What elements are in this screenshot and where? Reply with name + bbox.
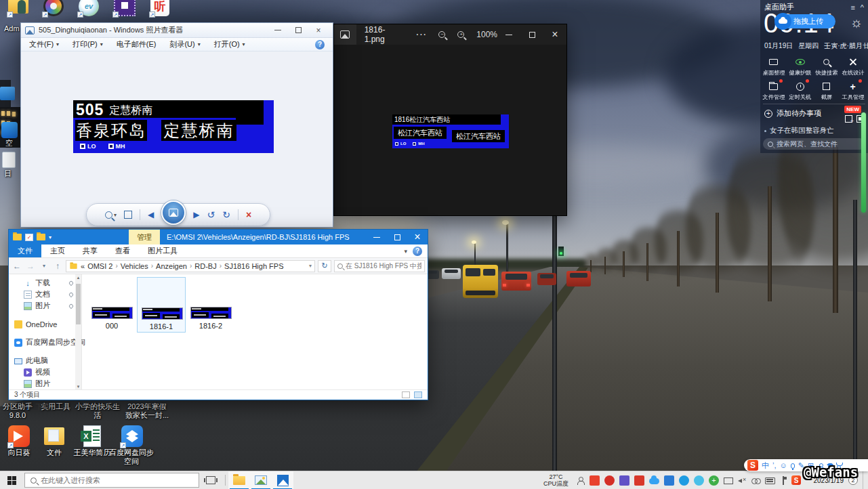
add-todo-button[interactable]: + 添加待办事项 (764, 108, 821, 119)
minimize-button[interactable] (367, 230, 387, 244)
scroll-up-icon[interactable]: ▴ (75, 274, 81, 280)
scrollbar-thumb[interactable] (76, 284, 81, 324)
menu-email[interactable]: 电子邮件(E) (117, 39, 157, 49)
explorer-search-input[interactable] (346, 262, 421, 270)
tab-file[interactable]: 文件 (9, 244, 41, 257)
tray-baidu-cloud-icon[interactable] (649, 478, 659, 484)
tray-volume-muted-icon[interactable] (738, 476, 747, 485)
tray-toutiao-icon[interactable] (590, 475, 600, 486)
photos-app-button[interactable] (334, 24, 356, 45)
desktop-icon-sliver-document[interactable] (2, 152, 16, 168)
fit-to-window-icon[interactable] (124, 211, 132, 219)
zoom-out-icon[interactable]: − (438, 31, 445, 38)
tray-accelerator-icon[interactable]: + (709, 475, 719, 486)
breadcrumb-item[interactable]: SJ1816 High FPS (224, 262, 283, 270)
minimize-button[interactable] (268, 24, 288, 37)
zoom-in-icon[interactable]: + (457, 31, 464, 38)
tray-touch-keyboard-icon[interactable] (765, 477, 775, 484)
zoom-icon[interactable] (105, 211, 112, 219)
breadcrumb-item[interactable]: RD-BJ (194, 262, 216, 270)
zoom-caret-icon[interactable]: ▾ (114, 212, 117, 218)
assistant-tool-file-manager[interactable]: 文件管理 (760, 79, 787, 103)
tray-red-app-icon[interactable] (634, 475, 644, 486)
close-button[interactable]: × (407, 230, 428, 244)
sidebar-item-videos[interactable]: 视频 (9, 366, 81, 378)
breadcrumb-collapsed-icon[interactable]: « (81, 262, 85, 270)
voice-input-icon[interactable] (791, 463, 795, 469)
side-boost-bar[interactable] (861, 112, 866, 213)
tray-teal-app-icon[interactable] (694, 475, 704, 486)
menu-burn[interactable]: 刻录(U)▾ (169, 39, 200, 49)
explorer-search-box[interactable] (334, 260, 425, 272)
sidebar-item-downloads[interactable]: ↓下载 (9, 277, 81, 289)
tray-remote-link-icon[interactable] (751, 476, 760, 485)
file-tile-1816-1-selected[interactable]: 1816-1 (137, 277, 186, 333)
desktop-icon-sunflower[interactable]: ↗ 向日葵 (5, 425, 33, 457)
maximize-button[interactable] (387, 230, 407, 244)
emoji-icon[interactable]: ☺ (780, 460, 787, 471)
taskbar-search-box[interactable] (24, 473, 199, 488)
sidebar-scrollbar[interactable]: ▴ ▾ (75, 274, 81, 389)
start-button[interactable] (0, 471, 23, 489)
tray-people-icon[interactable] (576, 476, 585, 485)
help-button[interactable]: ? (315, 40, 325, 49)
desktop-label-letter-to-parents[interactable]: 2023年寒假 致家长一封... (125, 402, 169, 420)
new-folder-icon[interactable] (37, 234, 45, 240)
sidebar-item-baidu-netdisk[interactable]: 百度网盘同步空间 (9, 337, 81, 348)
back-button[interactable]: ← (12, 261, 22, 271)
maximize-button[interactable] (520, 24, 543, 45)
file-tile-1816-2[interactable]: 1816-2 (186, 277, 235, 333)
sidebar-item-downloads-2[interactable]: ↓下载 (9, 401, 81, 412)
previous-button[interactable]: ◀ (148, 210, 154, 219)
scroll-down-icon[interactable]: ▾ (75, 383, 81, 389)
tab-share[interactable]: 共享 (74, 244, 106, 257)
qat-caret-icon[interactable]: ▾ (49, 234, 51, 240)
tray-cast-screen-icon[interactable] (724, 477, 733, 484)
punctuation-icon[interactable]: ’, (772, 460, 777, 471)
news-headline[interactable]: 女子在韩国整容身亡 (764, 126, 834, 135)
ribbon-collapse-icon[interactable]: ▾ (404, 248, 407, 255)
refresh-button[interactable]: ↻ (318, 260, 331, 272)
sogou-logo-icon[interactable]: S (747, 460, 758, 471)
desktop-icon-photo-studio[interactable]: ↗ (42, 0, 65, 18)
assistant-menu-icon[interactable]: ≡ (850, 3, 854, 12)
assistant-tool-online-design[interactable]: 在线设计 (840, 54, 866, 79)
assistant-tool-quick-search[interactable]: 快捷搜索 (813, 54, 840, 79)
zoom-level[interactable]: 100% (476, 30, 497, 39)
close-button[interactable]: × (308, 24, 329, 37)
menu-open[interactable]: 打开(O)▾ (214, 39, 245, 49)
sidebar-item-pictures-2[interactable]: 图片 (9, 378, 81, 389)
breadcrumb-item[interactable]: Vehicles (121, 262, 148, 270)
tab-picture-tools[interactable]: 图片工具 (139, 244, 186, 257)
tray-purple-app-icon[interactable] (619, 475, 629, 486)
delete-button[interactable]: × (246, 209, 251, 220)
tray-qq-browser-icon[interactable] (679, 475, 689, 486)
folder-icon[interactable] (13, 234, 22, 240)
slideshow-button[interactable] (161, 200, 186, 225)
taskbar-app-photo-viewer[interactable] (250, 471, 272, 489)
rotate-cw-button[interactable]: ↻ (222, 209, 230, 220)
assistant-collapse-icon[interactable]: ^ (861, 3, 864, 12)
desktop-icon-listen-app[interactable]: 听 ↗ (149, 0, 172, 18)
tray-ime-indicator-icon[interactable] (780, 476, 787, 485)
menu-file[interactable]: 文件(F)▾ (29, 39, 59, 49)
sidebar-item-pictures[interactable]: 图片 (9, 300, 81, 312)
cpu-temperature[interactable]: 27°C CPU温度 (543, 473, 569, 487)
taskbar-app-file-explorer[interactable] (228, 471, 250, 489)
breadcrumb-caret-icon[interactable]: ▾ (309, 263, 312, 269)
sidebar-item-documents[interactable]: 文档 (9, 289, 81, 300)
tray-sogou-icon[interactable]: S (791, 475, 801, 485)
properties-icon[interactable]: ✓ (25, 234, 33, 241)
manage-context-tab[interactable]: 管理 (129, 230, 160, 244)
tab-view[interactable]: 查看 (106, 244, 139, 257)
sidebar-item-this-pc[interactable]: 此电脑 (9, 355, 81, 366)
breadcrumb[interactable]: « OMSI 2 › Vehicles › Anzeigen › RD-BJ ›… (66, 260, 315, 272)
desktop-icon-sliver-blue-monitor[interactable] (0, 87, 15, 100)
recent-caret-icon[interactable]: ▾ (39, 263, 49, 269)
breadcrumb-item[interactable]: Anzeigen (156, 262, 187, 270)
desktop-icon-ev-capture[interactable]: ev ↗ (77, 0, 100, 18)
desktop-icon-user-folder[interactable]: ↗ (7, 0, 30, 18)
tab-home[interactable]: 主页 (41, 244, 74, 257)
rotate-ccw-button[interactable]: ↺ (207, 209, 215, 220)
desktop-icon-baidu-sync[interactable]: ↗ 百度网盘同步 空间 (106, 425, 157, 466)
